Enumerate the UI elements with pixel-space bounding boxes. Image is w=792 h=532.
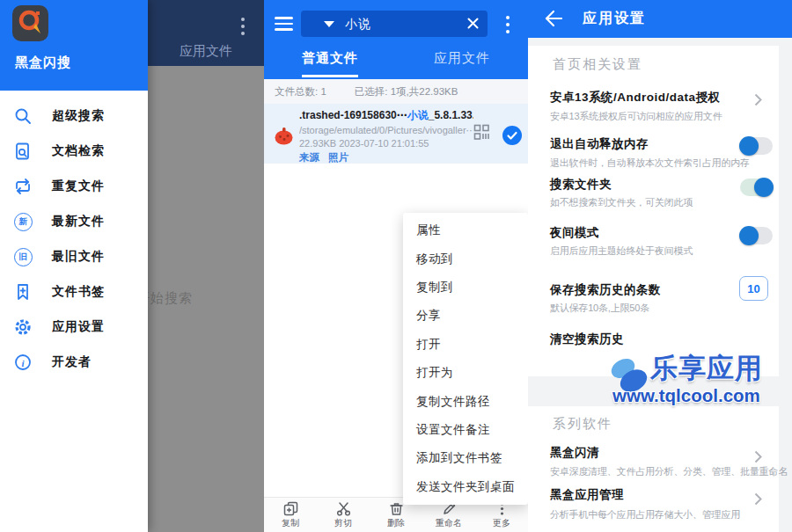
watermark-url: www.tqlcool.com (612, 385, 760, 406)
menu-item-set-remark[interactable]: 设置文件备注 (403, 416, 528, 444)
settings-header: 应用设置 (528, 0, 792, 38)
search-header: 小说 普通文件 应用文件 (264, 0, 528, 79)
cut-icon (336, 501, 351, 516)
section-series-software: 系列软件 (553, 416, 612, 433)
sidebar-item-app-settings[interactable]: 应用设置 (0, 310, 148, 345)
clear-search-icon[interactable] (466, 17, 480, 33)
toggle-knob (739, 226, 759, 245)
tab-normal-files[interactable]: 普通文件 (264, 42, 396, 79)
search-folder-toggle[interactable] (740, 179, 773, 196)
chevron-down-icon[interactable] (324, 21, 334, 27)
file-list-item[interactable]: .trashed-169158630⋯小说_5.8.1.33.png /stor… (264, 104, 528, 164)
hamburger-menu-icon[interactable] (275, 17, 293, 34)
menu-item-send-to-desktop[interactable]: 发送文件夹到桌面 (403, 473, 528, 501)
history-count-value[interactable]: 10 (739, 276, 768, 301)
menu-item-open[interactable]: 打开 (403, 331, 528, 359)
setting-clear-history[interactable]: 清空搜索历史 (550, 332, 624, 347)
file-size-date: 22.93KB 2023-07-10 21:01:55 (299, 138, 473, 149)
page-title: 应用设置 (583, 10, 646, 28)
menu-item-copy-path[interactable]: 复制文件路径 (403, 387, 528, 415)
back-arrow-icon[interactable] (544, 10, 563, 31)
file-count: 文件总数: 1 (275, 85, 326, 98)
setting-android13-auth-title[interactable]: 安卓13系统/Android/data授权 (550, 90, 721, 106)
delete-icon (389, 501, 404, 516)
chevron-right-icon (754, 450, 762, 467)
menu-item-properties[interactable]: 属性 (403, 216, 528, 244)
menu-item-copy-to[interactable]: 复制到 (403, 273, 528, 302)
sidebar-item-newest-files[interactable]: 新 最新文件 (0, 204, 148, 239)
navigation-drawer: 黑盒闪搜 超级搜索 文档检索 (0, 0, 148, 532)
file-path: /storage/emulated/0/Pictures/vivogaller⋯ (299, 125, 473, 136)
toggle-knob (739, 136, 759, 156)
tag-photo[interactable]: 照片 (328, 151, 348, 164)
setting-search-folder-title: 搜索文件夹 (550, 177, 612, 193)
svg-text:i: i (21, 358, 25, 368)
search-query: 小说 (345, 17, 371, 33)
selection-status-bar: 文件总数: 1 已选择: 1项,共22.93KB (264, 79, 528, 104)
new-circle-icon: 新 (13, 212, 33, 231)
setting-appmgr-sub: 分析手机中每个应用占用存储大小、管理应用 (550, 508, 740, 521)
menu-item-add-bookmark[interactable]: 添加到文件书签 (403, 444, 528, 472)
file-context-menu: 属性 移动到 复制到 分享 打开 打开为 复制文件路径 设置文件备注 添加到文件… (403, 213, 528, 505)
copy-button[interactable]: 复制 (264, 498, 317, 532)
app-name: 黑盒闪搜 (15, 55, 71, 71)
sidebar-item-developer[interactable]: i 开发者 (0, 345, 148, 380)
setting-search-folder-sub: 如不想搜索到文件夹，可关闭此项 (550, 196, 693, 209)
setting-appmgr-title[interactable]: 黑盒应用管理 (550, 487, 624, 503)
dimmed-kebab-menu-icon (241, 18, 245, 35)
file-tabs: 普通文件 应用文件 (264, 42, 528, 79)
setting-shanqing-title[interactable]: 黑盒闪清 (550, 445, 599, 461)
menu-item-move-to[interactable]: 移动到 (403, 244, 528, 273)
tab-app-files[interactable]: 应用文件 (396, 42, 528, 79)
menu-item-share[interactable]: 分享 (403, 302, 528, 330)
toggle-knob (754, 178, 774, 197)
chevron-right-icon (754, 492, 762, 509)
setting-night-mode-sub: 启用后应用主题始终处于夜间模式 (550, 244, 693, 258)
file-tags: 来源 照片 (299, 151, 473, 164)
sidebar-item-file-bookmarks[interactable]: 文件书签 (0, 274, 148, 310)
drawer-menu: 超级搜索 文档检索 重复文件 新 最新文件 (0, 98, 148, 380)
setting-android13-auth-sub: 安卓13系统授权后可访问相应的应用文件 (550, 110, 722, 123)
selected-summary: 已选择: 1项,共22.93KB (355, 85, 458, 98)
copy-icon (283, 501, 298, 516)
sidebar-item-duplicate-files[interactable]: 重复文件 (0, 169, 148, 204)
file-name: .trashed-169158630⋯小说_5.8.1.33.png (299, 108, 473, 123)
sidebar-item-doc-search[interactable]: 文档检索 (0, 134, 148, 169)
drawer-header: 黑盒闪搜 (0, 0, 148, 91)
bookmark-plus-icon (13, 282, 33, 302)
setting-history-count-title: 保存搜索历史的条数 (550, 282, 661, 298)
kebab-menu-icon[interactable] (506, 16, 510, 33)
sidebar-item-super-search[interactable]: 超级搜索 (0, 98, 148, 134)
old-circle-icon: 旧 (13, 247, 33, 266)
search-panel: 小说 普通文件 应用文件 文件总数: 1 已选择: 1项,共22.93KB (264, 0, 528, 532)
tag-source[interactable]: 来源 (299, 151, 319, 164)
search-input[interactable]: 小说 (301, 11, 488, 37)
setting-night-mode-title: 夜间模式 (550, 225, 599, 241)
search-icon (13, 106, 33, 126)
release-memory-toggle[interactable] (740, 137, 773, 155)
night-mode-toggle[interactable] (740, 227, 773, 244)
app-logo-icon (12, 5, 48, 41)
setting-release-memory-title: 退出自动释放内存 (550, 136, 649, 152)
chevron-right-icon (754, 93, 762, 110)
info-icon: i (13, 353, 33, 372)
cut-button[interactable]: 剪切 (317, 498, 370, 532)
repeat-icon (13, 177, 33, 196)
highlighted-keyword: 小说 (407, 109, 429, 121)
image-file-icon (272, 124, 296, 151)
settings-panel: 应用设置 首页相关设置 安卓13系统/Android/data授权 安卓13系统… (528, 0, 792, 532)
doc-search-icon (13, 142, 33, 161)
setting-shanqing-sub: 安卓深度清理、文件占用分析、分类、管理、批量重命名 (550, 465, 788, 478)
drawer-panel: 应用文件 开始搜索 黑盒闪搜 超级搜索 (0, 0, 264, 532)
setting-history-count-sub: 默认保存10条,上限50条 (550, 302, 649, 315)
gear-icon (13, 317, 33, 337)
menu-item-open-as[interactable]: 打开为 (403, 359, 528, 387)
sidebar-item-oldest-files[interactable]: 旧 最旧文件 (0, 239, 148, 274)
section-home-settings: 首页相关设置 (553, 56, 642, 73)
grid-qr-icon[interactable] (473, 124, 490, 144)
app-screenshot: 应用文件 开始搜索 黑盒闪搜 超级搜索 (0, 0, 792, 532)
selected-check-icon[interactable] (502, 126, 522, 149)
file-info: .trashed-169158630⋯小说_5.8.1.33.png /stor… (299, 108, 473, 164)
dimmed-tab-app-files: 应用文件 (148, 43, 264, 60)
setting-release-memory-sub: 退出软件时，自动释放本次文件索引占用的内存 (550, 157, 750, 170)
